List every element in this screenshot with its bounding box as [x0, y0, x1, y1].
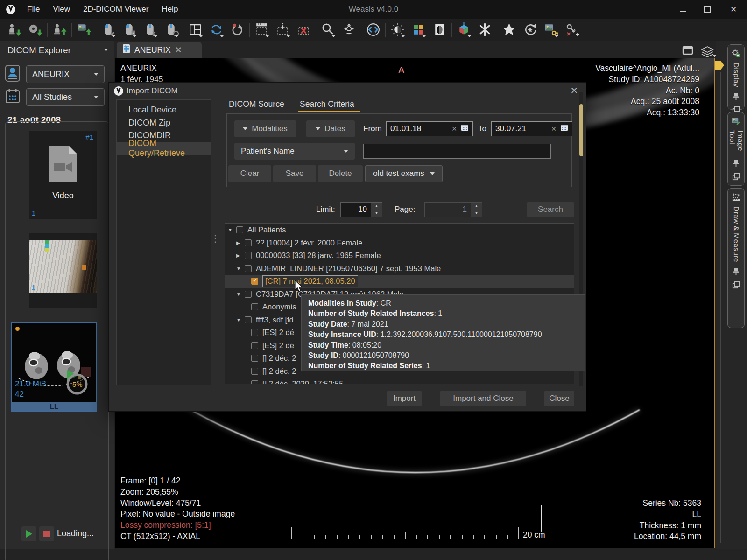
expand-icon[interactable]: ▶: [236, 240, 245, 245]
pin-icon[interactable]: [732, 92, 740, 101]
clear-button[interactable]: Clear: [228, 165, 271, 182]
ko-selection-icon[interactable]: [474, 20, 495, 40]
tree-row[interactable]: [] 2 déc. 2020, 17:52:55: [225, 378, 574, 384]
row-checkbox[interactable]: [251, 355, 258, 362]
date-to-input[interactable]: 30.07.21 ✕: [491, 121, 572, 136]
modalities-filter-button[interactable]: Modalities: [234, 120, 296, 137]
import-button[interactable]: Import: [387, 391, 422, 406]
source-item-dicom-query-retrieve[interactable]: DICOM Query/Retrieve: [117, 142, 211, 154]
search-value-input[interactable]: [363, 144, 551, 159]
row-checkbox[interactable]: [245, 265, 252, 272]
splitter-handle[interactable]: ⋮: [211, 233, 220, 244]
mouse-left-context-icon[interactable]: [119, 20, 140, 40]
import-cd-icon[interactable]: [25, 20, 46, 40]
row-checkbox[interactable]: [251, 380, 258, 384]
row-checkbox[interactable]: [251, 303, 258, 310]
reset-icon[interactable]: [227, 20, 248, 40]
close-window-button[interactable]: ✕: [728, 4, 739, 14]
row-checkbox[interactable]: [251, 329, 258, 336]
detach-icon[interactable]: [732, 172, 740, 181]
viewer-scrollbar[interactable]: [720, 72, 721, 543]
star-icon[interactable]: [499, 20, 520, 40]
stop-button[interactable]: [39, 526, 54, 541]
search-key-select[interactable]: Patient's Name: [234, 143, 355, 160]
row-checkbox[interactable]: [251, 342, 258, 349]
crosshair-sync-icon[interactable]: [363, 20, 384, 40]
export-dicom-icon[interactable]: [49, 20, 70, 40]
tab-aneurix[interactable]: ANEURIX ✕: [117, 42, 202, 58]
series-thumbnail-video[interactable]: #1 Video 1: [29, 131, 97, 219]
limit-spinner[interactable]: 10 ▲▼: [340, 202, 382, 217]
calendar-small-icon[interactable]: [560, 124, 568, 134]
dialog-scrollbar-thumb[interactable]: [579, 104, 583, 156]
pin-icon[interactable]: [732, 159, 740, 168]
save-button[interactable]: Save: [273, 165, 316, 182]
tab-image-tool[interactable]: Image Tool: [727, 112, 745, 186]
tab-dicom-source[interactable]: DICOM Source: [229, 97, 284, 112]
collapse-icon[interactable]: ▼: [236, 317, 245, 322]
layout-icon[interactable]: [185, 20, 206, 40]
import-dicom-icon[interactable]: [4, 20, 25, 40]
minimize-button[interactable]: [680, 7, 686, 12]
collapse-icon[interactable]: ▼: [228, 227, 236, 232]
reset-star-icon[interactable]: [520, 20, 541, 40]
page-spinner[interactable]: 1 ▲▼: [424, 202, 482, 217]
mouse-wheel-rotate-icon[interactable]: [161, 20, 182, 40]
row-checkbox[interactable]: [251, 368, 258, 375]
detach-icon[interactable]: [732, 280, 740, 289]
restore-layout-icon[interactable]: [682, 46, 693, 57]
source-item-dicom-zip[interactable]: DICOM Zip: [117, 116, 211, 129]
volume-3d-icon[interactable]: [453, 20, 474, 40]
saved-search-select[interactable]: old test exams: [365, 165, 443, 182]
scroll-marker-icon[interactable]: [714, 60, 725, 73]
search-button[interactable]: Search: [527, 202, 574, 217]
clear-x-icon[interactable]: ✕: [451, 125, 457, 133]
lut-icon[interactable]: [408, 20, 429, 40]
tree-row[interactable]: [CR] 7 mai 2021, 08:05:20: [225, 275, 574, 288]
export-image-icon[interactable]: [73, 20, 94, 40]
menu-file[interactable]: File: [21, 0, 46, 19]
import-and-close-button[interactable]: Import and Close: [440, 391, 526, 406]
patient-select[interactable]: ANEURIX: [26, 65, 105, 83]
dialog-close-icon[interactable]: ✕: [568, 84, 580, 97]
calendar-small-icon[interactable]: [461, 124, 469, 134]
dialog-close-button[interactable]: Close: [544, 391, 574, 406]
explorer-collapse-icon[interactable]: [104, 49, 108, 51]
measure-selection-icon[interactable]: [251, 20, 272, 40]
row-checkbox[interactable]: [236, 226, 243, 233]
menu-view[interactable]: View: [46, 0, 77, 19]
tree-row[interactable]: ▶00000033 [33] 28 janv. 1965 Female: [225, 249, 574, 262]
menu-help[interactable]: Help: [155, 0, 184, 19]
row-checkbox[interactable]: [251, 278, 258, 285]
key-image-icon[interactable]: [541, 20, 562, 40]
row-checkbox[interactable]: [245, 316, 252, 323]
invert-lut-icon[interactable]: [429, 20, 450, 40]
tree-row[interactable]: ▼All Patients: [225, 224, 574, 237]
tab-draw-measure[interactable]: Draw & Measure: [727, 188, 745, 328]
key-new-icon[interactable]: [562, 20, 583, 40]
study-select[interactable]: All Studies: [26, 88, 105, 106]
annotation-selection-icon[interactable]: [272, 20, 293, 40]
maximize-button[interactable]: [704, 6, 711, 13]
expand-icon[interactable]: ▶: [236, 253, 245, 258]
date-from-input[interactable]: 01.01.18 ✕: [386, 121, 473, 136]
menu-2d-dicom-viewer[interactable]: 2D-DICOM Viewer: [77, 0, 155, 19]
pin-icon[interactable]: [732, 267, 740, 276]
mouse-left-measure-icon[interactable]: [98, 20, 119, 40]
delete-selection-icon[interactable]: [293, 20, 314, 40]
row-checkbox[interactable]: [245, 252, 252, 259]
zoom-icon[interactable]: [317, 20, 338, 40]
tab-search-criteria[interactable]: Search Criteria: [300, 97, 354, 112]
tab-close-icon[interactable]: ✕: [175, 45, 182, 55]
series-thumbnail-ct[interactable]: 5% 21.0 MiB 42 LL: [11, 322, 97, 412]
collapse-icon[interactable]: ▼: [236, 266, 245, 271]
window-level-icon[interactable]: [387, 20, 408, 40]
synch-icon[interactable]: [206, 20, 227, 40]
row-checkbox[interactable]: [245, 239, 252, 246]
tree-row[interactable]: ▼ADEMIR LINDNER [21050706360] 7 sept. 19…: [225, 262, 574, 275]
row-checkbox[interactable]: [245, 291, 252, 298]
tab-display[interactable]: Display: [727, 44, 745, 110]
clear-x-icon[interactable]: ✕: [551, 125, 557, 133]
tree-row[interactable]: ▶?? [10004] 2 févr. 2000 Female: [225, 237, 574, 250]
delete-button[interactable]: Delete: [318, 165, 363, 182]
